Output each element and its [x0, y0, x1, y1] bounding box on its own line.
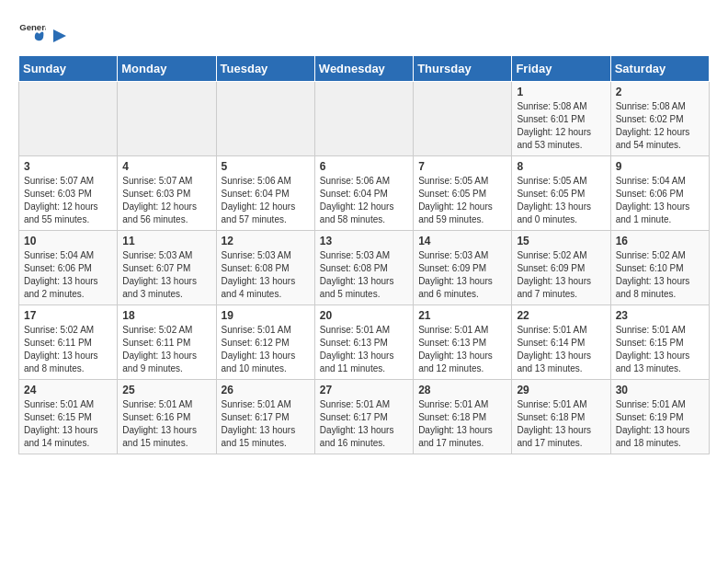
calendar-cell [314, 82, 413, 156]
day-number: 19 [222, 309, 310, 322]
page-header: General [18, 18, 710, 46]
day-number: 5 [222, 160, 310, 173]
day-info: Sunrise: 5:07 AM Sunset: 6:03 PM Dayligh… [24, 175, 112, 226]
day-info: Sunrise: 5:06 AM Sunset: 6:04 PM Dayligh… [222, 175, 310, 226]
calendar-cell: 2Sunrise: 5:08 AM Sunset: 6:02 PM Daylig… [610, 82, 709, 156]
calendar-cell: 10Sunrise: 5:04 AM Sunset: 6:06 PM Dayli… [19, 231, 118, 305]
calendar-week-5: 24Sunrise: 5:01 AM Sunset: 6:15 PM Dayli… [19, 380, 710, 454]
day-number: 14 [418, 235, 506, 247]
day-number: 24 [24, 384, 112, 396]
calendar-cell [216, 82, 314, 156]
calendar-week-3: 10Sunrise: 5:04 AM Sunset: 6:06 PM Dayli… [19, 231, 710, 305]
calendar-cell [414, 82, 512, 156]
calendar-cell: 28Sunrise: 5:01 AM Sunset: 6:18 PM Dayli… [414, 380, 512, 454]
calendar-header: SundayMondayTuesdayWednesdayThursdayFrid… [19, 56, 710, 82]
calendar-cell: 17Sunrise: 5:02 AM Sunset: 6:11 PM Dayli… [19, 305, 118, 380]
calendar-week-4: 17Sunrise: 5:02 AM Sunset: 6:11 PM Dayli… [19, 305, 710, 380]
day-info: Sunrise: 5:03 AM Sunset: 6:07 PM Dayligh… [122, 249, 210, 301]
day-number: 26 [222, 384, 310, 396]
calendar-cell: 29Sunrise: 5:01 AM Sunset: 6:18 PM Dayli… [512, 380, 610, 454]
day-info: Sunrise: 5:05 AM Sunset: 6:05 PM Dayligh… [517, 175, 605, 226]
day-info: Sunrise: 5:02 AM Sunset: 6:11 PM Dayligh… [122, 324, 210, 375]
calendar-cell: 5Sunrise: 5:06 AM Sunset: 6:04 PM Daylig… [216, 156, 314, 231]
calendar-cell: 18Sunrise: 5:02 AM Sunset: 6:11 PM Dayli… [118, 305, 216, 380]
day-number: 25 [122, 384, 210, 396]
calendar-cell: 16Sunrise: 5:02 AM Sunset: 6:10 PM Dayli… [610, 231, 709, 305]
logo-arrow-icon [50, 26, 70, 46]
day-number: 30 [616, 384, 704, 396]
day-info: Sunrise: 5:01 AM Sunset: 6:16 PM Dayligh… [122, 398, 210, 450]
day-info: Sunrise: 5:08 AM Sunset: 6:01 PM Dayligh… [517, 100, 605, 152]
day-number: 12 [222, 235, 310, 247]
calendar-cell: 11Sunrise: 5:03 AM Sunset: 6:07 PM Dayli… [118, 231, 216, 305]
day-number: 11 [122, 235, 210, 247]
day-info: Sunrise: 5:01 AM Sunset: 6:14 PM Dayligh… [517, 324, 605, 375]
calendar-cell: 30Sunrise: 5:01 AM Sunset: 6:19 PM Dayli… [610, 380, 709, 454]
day-info: Sunrise: 5:04 AM Sunset: 6:06 PM Dayligh… [24, 249, 112, 301]
day-info: Sunrise: 5:01 AM Sunset: 6:17 PM Dayligh… [320, 398, 408, 450]
weekday-header-wednesday: Wednesday [314, 56, 413, 82]
day-number: 21 [418, 309, 506, 322]
weekday-header-saturday: Saturday [610, 56, 709, 82]
calendar-cell [19, 82, 118, 156]
day-info: Sunrise: 5:08 AM Sunset: 6:02 PM Dayligh… [616, 100, 704, 152]
day-number: 4 [122, 160, 210, 173]
day-info: Sunrise: 5:01 AM Sunset: 6:18 PM Dayligh… [517, 398, 605, 450]
day-number: 10 [24, 235, 112, 247]
day-number: 18 [122, 309, 210, 322]
weekday-header-friday: Friday [512, 56, 610, 82]
calendar-cell: 15Sunrise: 5:02 AM Sunset: 6:09 PM Dayli… [512, 231, 610, 305]
day-number: 29 [517, 384, 605, 396]
day-number: 15 [517, 235, 605, 247]
weekday-header-tuesday: Tuesday [216, 56, 314, 82]
day-info: Sunrise: 5:01 AM Sunset: 6:17 PM Dayligh… [222, 398, 310, 450]
day-info: Sunrise: 5:01 AM Sunset: 6:12 PM Dayligh… [222, 324, 310, 375]
calendar-cell: 1Sunrise: 5:08 AM Sunset: 6:01 PM Daylig… [512, 82, 610, 156]
day-number: 17 [24, 309, 112, 322]
day-info: Sunrise: 5:03 AM Sunset: 6:08 PM Dayligh… [222, 249, 310, 301]
calendar-cell: 14Sunrise: 5:03 AM Sunset: 6:09 PM Dayli… [414, 231, 512, 305]
calendar-body: 1Sunrise: 5:08 AM Sunset: 6:01 PM Daylig… [19, 82, 710, 454]
day-number: 8 [517, 160, 605, 173]
day-number: 27 [320, 384, 408, 396]
day-info: Sunrise: 5:06 AM Sunset: 6:04 PM Dayligh… [320, 175, 408, 226]
calendar-cell: 21Sunrise: 5:01 AM Sunset: 6:13 PM Dayli… [414, 305, 512, 380]
day-number: 9 [616, 160, 704, 173]
calendar-cell: 9Sunrise: 5:04 AM Sunset: 6:06 PM Daylig… [610, 156, 709, 231]
calendar-cell: 20Sunrise: 5:01 AM Sunset: 6:13 PM Dayli… [314, 305, 413, 380]
svg-text:General: General [19, 22, 46, 32]
weekday-header-monday: Monday [118, 56, 216, 82]
day-info: Sunrise: 5:01 AM Sunset: 6:15 PM Dayligh… [24, 398, 112, 450]
day-info: Sunrise: 5:01 AM Sunset: 6:18 PM Dayligh… [418, 398, 506, 450]
day-info: Sunrise: 5:01 AM Sunset: 6:13 PM Dayligh… [320, 324, 408, 375]
day-info: Sunrise: 5:07 AM Sunset: 6:03 PM Dayligh… [122, 175, 210, 226]
day-number: 1 [517, 86, 605, 98]
weekday-header-row: SundayMondayTuesdayWednesdayThursdayFrid… [19, 56, 710, 82]
calendar-cell: 6Sunrise: 5:06 AM Sunset: 6:04 PM Daylig… [314, 156, 413, 231]
day-number: 16 [616, 235, 704, 247]
calendar-cell: 19Sunrise: 5:01 AM Sunset: 6:12 PM Dayli… [216, 305, 314, 380]
day-info: Sunrise: 5:03 AM Sunset: 6:09 PM Dayligh… [418, 249, 506, 301]
day-number: 23 [616, 309, 704, 322]
calendar-cell: 23Sunrise: 5:01 AM Sunset: 6:15 PM Dayli… [610, 305, 709, 380]
calendar-cell: 26Sunrise: 5:01 AM Sunset: 6:17 PM Dayli… [216, 380, 314, 454]
day-info: Sunrise: 5:02 AM Sunset: 6:11 PM Dayligh… [24, 324, 112, 375]
day-info: Sunrise: 5:01 AM Sunset: 6:19 PM Dayligh… [616, 398, 704, 450]
calendar-cell: 22Sunrise: 5:01 AM Sunset: 6:14 PM Dayli… [512, 305, 610, 380]
calendar-cell: 25Sunrise: 5:01 AM Sunset: 6:16 PM Dayli… [118, 380, 216, 454]
day-number: 3 [24, 160, 112, 173]
weekday-header-sunday: Sunday [19, 56, 118, 82]
calendar-cell: 24Sunrise: 5:01 AM Sunset: 6:15 PM Dayli… [19, 380, 118, 454]
calendar-week-2: 3Sunrise: 5:07 AM Sunset: 6:03 PM Daylig… [19, 156, 710, 231]
day-number: 13 [320, 235, 408, 247]
day-number: 7 [418, 160, 506, 173]
calendar-cell: 7Sunrise: 5:05 AM Sunset: 6:05 PM Daylig… [414, 156, 512, 231]
svg-marker-1 [53, 29, 66, 42]
calendar-cell: 3Sunrise: 5:07 AM Sunset: 6:03 PM Daylig… [19, 156, 118, 231]
calendar-cell: 13Sunrise: 5:03 AM Sunset: 6:08 PM Dayli… [314, 231, 413, 305]
day-info: Sunrise: 5:02 AM Sunset: 6:10 PM Dayligh… [616, 249, 704, 301]
day-info: Sunrise: 5:01 AM Sunset: 6:15 PM Dayligh… [616, 324, 704, 375]
day-info: Sunrise: 5:02 AM Sunset: 6:09 PM Dayligh… [517, 249, 605, 301]
day-number: 28 [418, 384, 506, 396]
day-info: Sunrise: 5:05 AM Sunset: 6:05 PM Dayligh… [418, 175, 506, 226]
